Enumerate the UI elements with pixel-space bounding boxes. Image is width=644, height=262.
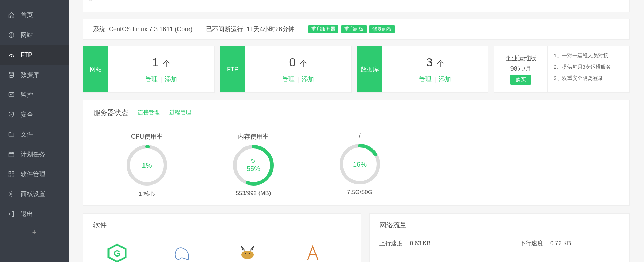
gauge-subtitle: 553/992 (MB) bbox=[236, 190, 271, 197]
svg-rect-4 bbox=[9, 152, 14, 157]
home-icon bbox=[8, 11, 15, 19]
header-buttons: 重启服务器 重启面板 修复面板 bbox=[308, 25, 395, 33]
svg-rect-8 bbox=[12, 175, 14, 177]
manage-link[interactable]: 管理 bbox=[282, 76, 295, 83]
sidebar-item-logout[interactable]: 退出 bbox=[0, 204, 69, 224]
connection-manage-link[interactable]: 连接管理 bbox=[138, 109, 160, 116]
gauge-subtitle: 7.5G/50G bbox=[347, 189, 372, 196]
traffic-up-label: 上行速度 bbox=[379, 240, 403, 247]
promo-title: 企业运维版 bbox=[505, 54, 536, 62]
gauge: 内存使用率 55% 553/992 (MB) bbox=[210, 132, 296, 198]
restart-panel-button[interactable]: 重启面板 bbox=[341, 25, 367, 33]
server-status-panel: 服务器状态 连接管理 进程管理 CPU使用率 1% 1 核心 内存使用率 bbox=[83, 100, 630, 206]
traffic-panel: 网络流量 上行速度 0.63 KB 下行速度 0.72 KB bbox=[369, 213, 630, 262]
shield-icon bbox=[8, 111, 15, 118]
gauge-percent: 1% bbox=[126, 144, 168, 187]
stat-tag: 网站 bbox=[83, 46, 108, 92]
traffic-up: 上行速度 0.63 KB bbox=[379, 239, 430, 247]
stat-card-site: 网站 1 个 管理|添加 bbox=[83, 46, 215, 93]
svg-point-17 bbox=[241, 251, 254, 259]
gauge-subtitle: 1 核心 bbox=[139, 190, 155, 198]
repair-panel-button[interactable]: 修复面板 bbox=[369, 25, 395, 33]
grip-icon: ::::: bbox=[88, 0, 91, 2]
uptime-label: 已不间断运行: bbox=[206, 26, 245, 33]
gauge-circle[interactable]: 55% bbox=[232, 144, 275, 187]
sidebar-item-files[interactable]: 文件 bbox=[0, 124, 69, 144]
gauge-circle[interactable]: 1% bbox=[126, 144, 168, 187]
traffic-down: 下行速度 0.72 KB bbox=[520, 239, 571, 247]
traffic-up-value: 0.63 KB bbox=[410, 240, 431, 247]
svg-text:G: G bbox=[114, 248, 120, 259]
svg-point-9 bbox=[11, 193, 12, 195]
apps-icon bbox=[8, 170, 15, 178]
svg-rect-6 bbox=[12, 172, 14, 174]
stat-tag: 数据库 bbox=[357, 46, 382, 92]
stat-tag: FTP bbox=[220, 46, 245, 92]
gauge-circle[interactable]: 16% bbox=[338, 143, 381, 186]
sidebar-item-monitor[interactable]: 监控 bbox=[0, 85, 69, 105]
uptime-value: 11天4小时26分钟 bbox=[246, 26, 295, 33]
system-info: 系统: CentOS Linux 7.3.1611 (Core) bbox=[93, 25, 192, 33]
gauge-percent: 55% bbox=[232, 144, 275, 187]
sidebar-item-ftp[interactable]: FTP bbox=[0, 45, 69, 65]
add-link[interactable]: 添加 bbox=[439, 76, 451, 83]
promo-card: 企业运维版 98元/月 购买 1、一对一运维人员对接 2、提供每月3次运维服务 … bbox=[494, 46, 630, 93]
sidebar-item-cron[interactable]: 计划任务 bbox=[0, 144, 69, 164]
promo-feature: 3、双重安全隔离登录 bbox=[554, 72, 623, 84]
traffic-down-value: 0.72 KB bbox=[550, 240, 571, 247]
svg-point-2 bbox=[9, 72, 13, 74]
add-link[interactable]: 添加 bbox=[165, 76, 177, 83]
gear-icon bbox=[8, 190, 15, 198]
stat-count: 3 个 bbox=[426, 56, 444, 69]
sidebar-item-database[interactable]: 数据库 bbox=[0, 65, 69, 85]
sidebar-item-settings[interactable]: 面板设置 bbox=[0, 184, 69, 204]
system-value: CentOS Linux 7.3.1611 (Core) bbox=[109, 26, 192, 33]
gauge-title: 内存使用率 bbox=[238, 132, 269, 141]
gauges-row: CPU使用率 1% 1 核心 内存使用率 55% 553/992 (MB) bbox=[94, 132, 619, 198]
promo-feature: 1、一对一运维人员对接 bbox=[554, 50, 623, 61]
promo-feature: 2、提供每月3次运维服务 bbox=[554, 61, 623, 72]
nginx-icon[interactable]: G bbox=[107, 243, 127, 262]
manage-link[interactable]: 管理 bbox=[145, 76, 158, 83]
sidebar-item-software[interactable]: 软件管理 bbox=[0, 164, 69, 184]
gauge-percent: 16% bbox=[338, 143, 381, 186]
database-icon bbox=[8, 71, 15, 79]
sidebar-item-site[interactable]: 网站 bbox=[0, 25, 69, 45]
gauge-title: / bbox=[359, 132, 360, 140]
manage-link[interactable]: 管理 bbox=[419, 76, 432, 83]
sidebar-item-label: 网站 bbox=[21, 31, 33, 39]
svg-point-19 bbox=[249, 253, 250, 254]
sidebar-item-label: 退出 bbox=[21, 210, 33, 218]
sidebar-item-label: 计划任务 bbox=[21, 150, 45, 158]
stat-cards-row: 网站 1 个 管理|添加 FTP 0 个 管理|添加 数据库 3 个 bbox=[83, 46, 630, 93]
bottom-row: 软件 G 网络流量 上行速度 0.63 KB 下行速度 0.72 KB bbox=[83, 213, 630, 262]
apache-icon[interactable] bbox=[302, 243, 323, 262]
add-link[interactable]: 添加 bbox=[302, 76, 314, 83]
exit-icon bbox=[8, 210, 15, 218]
promo-price: 98元/月 bbox=[510, 64, 531, 73]
gauge-title: CPU使用率 bbox=[131, 132, 163, 141]
stat-card-database: 数据库 3 个 管理|添加 bbox=[357, 46, 488, 93]
sidebar-item-label: 首页 bbox=[21, 11, 33, 19]
svg-point-18 bbox=[245, 253, 246, 254]
traffic-title: 网络流量 bbox=[379, 221, 620, 230]
gauge: CPU使用率 1% 1 核心 bbox=[104, 132, 190, 198]
sidebar-item-label: 面板设置 bbox=[21, 190, 45, 198]
sidebar-item-label: 监控 bbox=[21, 91, 33, 99]
sidebar-item-label: 数据库 bbox=[21, 71, 39, 79]
restart-server-button[interactable]: 重启服务器 bbox=[308, 25, 338, 33]
topbar: ::::: bbox=[83, 0, 630, 12]
sidebar-add-button[interactable]: + bbox=[0, 224, 69, 241]
sidebar-item-home[interactable]: 首页 bbox=[0, 5, 69, 25]
promo-buy-button[interactable]: 购买 bbox=[510, 75, 531, 85]
process-manage-link[interactable]: 进程管理 bbox=[169, 109, 191, 116]
server-status-title: 服务器状态 bbox=[94, 108, 128, 117]
sidebar-item-security[interactable]: 安全 bbox=[0, 105, 69, 124]
traffic-down-label: 下行速度 bbox=[520, 240, 543, 247]
system-info-row: 系统: CentOS Linux 7.3.1611 (Core) 已不间断运行:… bbox=[83, 19, 630, 40]
tomcat-icon[interactable] bbox=[237, 243, 258, 262]
mysql-icon[interactable] bbox=[172, 243, 193, 262]
dial-icon bbox=[8, 51, 15, 59]
stat-count: 0 个 bbox=[289, 56, 307, 69]
svg-rect-7 bbox=[9, 175, 11, 177]
